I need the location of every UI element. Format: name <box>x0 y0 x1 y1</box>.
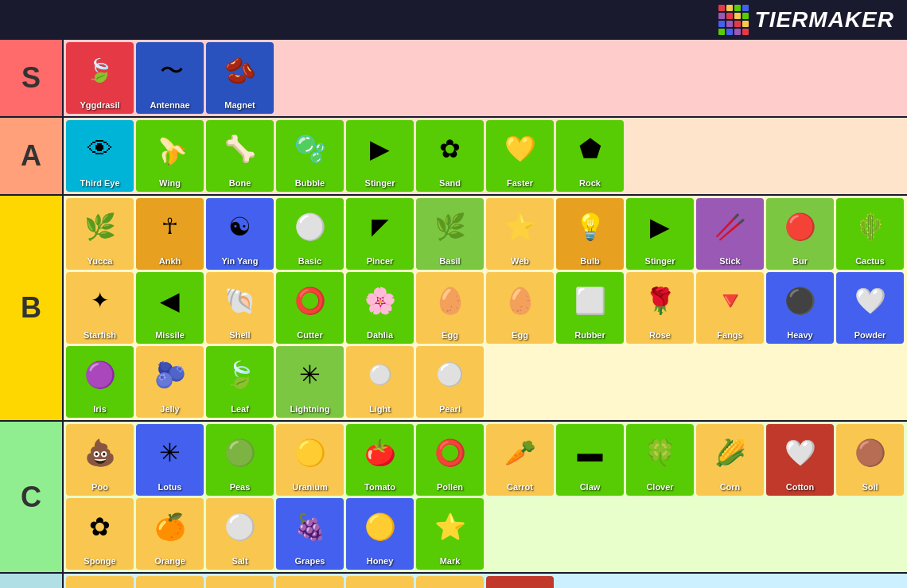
item-icon-Bone: 🦴 <box>224 120 256 178</box>
item-basic-3[interactable]: ⚪Basic <box>276 198 344 270</box>
item-icon-Orange: 🍊 <box>154 498 186 556</box>
item-label: Basil <box>439 256 460 267</box>
item-magnet-2[interactable]: 🫘Magnet <box>206 42 274 114</box>
item-icon-Root: 🌰 <box>294 576 326 588</box>
item-label: Soil <box>862 482 878 493</box>
item-stick-9[interactable]: 🥢Stick <box>696 198 764 270</box>
tier-label-C: C <box>0 422 64 572</box>
item-label: Stinger <box>365 178 395 189</box>
item-bulb-7[interactable]: 💡Bulb <box>556 198 624 270</box>
item-bone-2[interactable]: 🦴Bone <box>206 120 274 192</box>
item-corn-9[interactable]: 🌽Corn <box>696 424 764 496</box>
item-dahlia-16[interactable]: 🌸Dahlia <box>346 272 414 344</box>
item-basil-5[interactable]: 🌿Basil <box>416 198 484 270</box>
item-dandelion-2[interactable]: 🌼Dandelion <box>206 576 274 588</box>
tier-items-S: 🍃Yggdrasil〜Antennae🫘Magnet <box>64 40 907 116</box>
item-cutter-15[interactable]: ⭕Cutter <box>276 272 344 344</box>
logo-dot <box>726 13 733 19</box>
item-pollen-5[interactable]: ⭕Pollen <box>416 424 484 496</box>
item-grapes-15[interactable]: 🍇Grapes <box>276 498 344 570</box>
item-light-28[interactable]: ⚪Light <box>346 346 414 418</box>
item-jelly-25[interactable]: 🫐Jelly <box>136 346 204 418</box>
item-icon-Ankh: ☥ <box>162 198 178 256</box>
item-rock-7[interactable]: ⬟Rock <box>556 120 624 192</box>
item-square-1[interactable]: 🟨Square <box>136 576 204 588</box>
item-ankh-1[interactable]: ☥Ankh <box>136 198 204 270</box>
item-starfish-12[interactable]: ✦Starfish <box>66 272 134 344</box>
item-label: Clover <box>646 482 673 493</box>
item-stinger-8[interactable]: ▶Stinger <box>626 198 694 270</box>
item-orange-13[interactable]: 🍊Orange <box>136 498 204 570</box>
item-rice-4[interactable]: 🌾Rice <box>346 576 414 588</box>
item-lightning-27[interactable]: ✳Lightning <box>276 346 344 418</box>
tier-label-S: S <box>0 40 64 116</box>
item-soil-11[interactable]: 🟤Soil <box>836 424 904 496</box>
logo-dot <box>726 21 733 27</box>
item-yin-yang-2[interactable]: ☯Yin Yang <box>206 198 274 270</box>
item-pincer-4[interactable]: ◤Pincer <box>346 198 414 270</box>
item-icon-Pearl: ⚪ <box>436 346 464 404</box>
item-icon-Shell: 🐚 <box>224 272 256 330</box>
item-icon-Yucca: 🌿 <box>84 198 116 256</box>
item-carrot-6[interactable]: 🥕Carrot <box>486 424 554 496</box>
item-stinger-4[interactable]: ▶Stinger <box>346 120 414 192</box>
item-icon-Starfish: ✦ <box>91 272 109 330</box>
item-pearl-29[interactable]: ⚪Pearl <box>416 346 484 418</box>
item-label: Claw <box>580 482 601 493</box>
item-poo-0[interactable]: 💩Poo <box>66 424 134 496</box>
item-wing-1[interactable]: 🍌Wing <box>136 120 204 192</box>
item-yggdrasil-0[interactable]: 🍃Yggdrasil <box>66 42 134 114</box>
item-rubber-19[interactable]: ⬜Rubber <box>556 272 624 344</box>
item-heavy-22[interactable]: ⚫Heavy <box>766 272 834 344</box>
item-label: Lightning <box>290 404 329 415</box>
item-icon-Third Eye: 👁 <box>88 120 113 178</box>
item-peas-2[interactable]: 🟢Peas <box>206 424 274 496</box>
item-label: Third Eye <box>80 178 119 189</box>
item-icon-Light: ⚪ <box>368 346 392 404</box>
item-icon-Stinger: ▶ <box>650 198 670 256</box>
item-tomato-4[interactable]: 🍅Tomato <box>346 424 414 496</box>
item-icon-Lightning: ✳ <box>299 346 321 404</box>
item-third-eye-0[interactable]: 👁Third Eye <box>66 120 134 192</box>
item-yucca-0[interactable]: 🌿Yucca <box>66 198 134 270</box>
item-leaf-26[interactable]: 🍃Leaf <box>206 346 274 418</box>
item-web-6[interactable]: ⭐Web <box>486 198 554 270</box>
item-label: Jelly <box>160 404 179 415</box>
item-bubble-3[interactable]: 🫧Bubble <box>276 120 344 192</box>
item-label: Bubble <box>295 178 325 189</box>
item-claw-7[interactable]: ▬Claw <box>556 424 624 496</box>
item-sand-5[interactable]: ✿Sand <box>416 120 484 192</box>
item-cotton-10[interactable]: 🤍Cotton <box>766 424 834 496</box>
item-mark-17[interactable]: ⭐Mark <box>416 498 484 570</box>
item-antennae-1[interactable]: 〜Antennae <box>136 42 204 114</box>
item-fangs-21[interactable]: 🔻Fangs <box>696 272 764 344</box>
item-sponge-12[interactable]: ✿Sponge <box>66 498 134 570</box>
item-lotus-1[interactable]: ✳Lotus <box>136 424 204 496</box>
item-icon-Pollen: ⭕ <box>434 424 466 482</box>
item-uranium-3[interactable]: 🟡Uranium <box>276 424 344 496</box>
item-salt-14[interactable]: ⚪Salt <box>206 498 274 570</box>
item-honey-16[interactable]: 🟡Honey <box>346 498 414 570</box>
item-air-0[interactable]: 💨Air <box>66 576 134 588</box>
item-icon-Sponge: ✿ <box>89 498 111 556</box>
tier-row-C: C💩Poo✳Lotus🟢Peas🟡Uranium🍅Tomato⭕Pollen🥕C… <box>0 422 907 574</box>
item-egg-18[interactable]: 🥚Egg <box>486 272 554 344</box>
item-root-3[interactable]: 🌰Root <box>276 576 344 588</box>
item-powder-23[interactable]: 🤍Powder <box>836 272 904 344</box>
item-icon-Tomato: 🍅 <box>364 424 396 482</box>
item-label: Egg <box>512 330 528 341</box>
item-faster-6[interactable]: 💛Faster <box>486 120 554 192</box>
item-label: Cactus <box>855 256 885 267</box>
item-rose-20[interactable]: 🌹Rose <box>626 272 694 344</box>
item-egg-17[interactable]: 🥚Egg <box>416 272 484 344</box>
item-bur-10[interactable]: 🔴Bur <box>766 198 834 270</box>
logo-dot <box>742 5 749 11</box>
item-plank-6[interactable]: ▬Plank <box>486 576 554 588</box>
item-iris-24[interactable]: 🟣Iris <box>66 346 134 418</box>
item-missile-13[interactable]: ◀Missile <box>136 272 204 344</box>
item-relic-5[interactable]: ✨Relic <box>416 576 484 588</box>
item-cactus-11[interactable]: 🌵Cactus <box>836 198 904 270</box>
item-icon-Carrot: 🥕 <box>504 424 536 482</box>
item-clover-8[interactable]: 🍀Clover <box>626 424 694 496</box>
item-shell-14[interactable]: 🐚Shell <box>206 272 274 344</box>
